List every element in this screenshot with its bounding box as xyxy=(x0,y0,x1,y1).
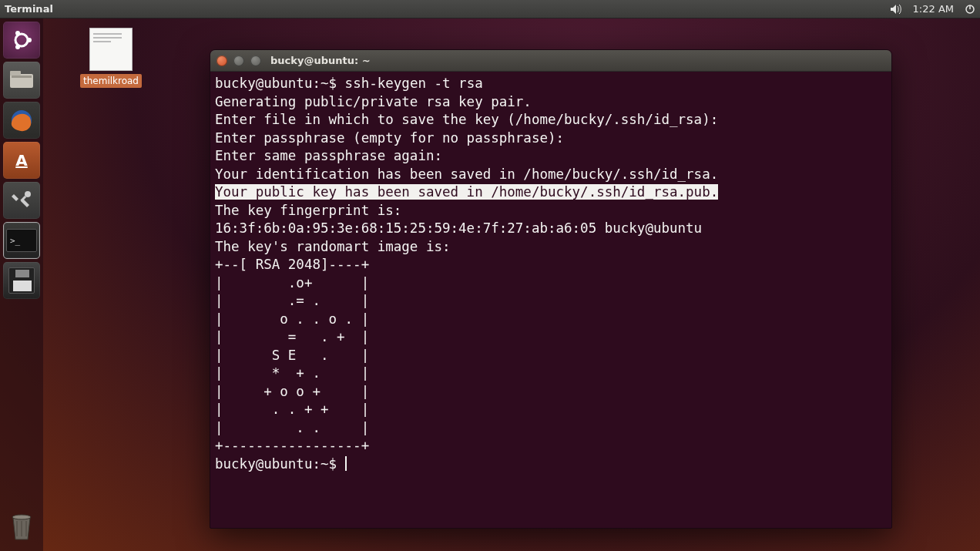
window-title: bucky@ubuntu: ~ xyxy=(270,55,371,66)
out: 16:3f:6b:0a:95:3e:68:15:25:59:4e:7f:27:a… xyxy=(215,220,702,236)
firefox-icon[interactable] xyxy=(3,102,40,139)
out: Enter same passphrase again: xyxy=(215,148,442,163)
svg-point-3 xyxy=(15,31,20,35)
randomart: | . . | xyxy=(215,420,369,435)
launcher: A >_ xyxy=(0,18,43,551)
desktop-file-icon[interactable]: themilkroad xyxy=(77,28,145,88)
top-panel: Terminal 1:22 AM xyxy=(0,0,980,18)
software-center-icon[interactable]: A xyxy=(3,142,40,179)
terminal-icon[interactable]: >_ xyxy=(3,222,40,259)
out: Enter file in which to save the key (/ho… xyxy=(215,112,718,127)
randomart: | S E . | xyxy=(215,348,369,363)
svg-rect-7 xyxy=(10,71,21,76)
out: Generating public/private rsa key pair. xyxy=(215,94,532,109)
files-icon[interactable] xyxy=(3,62,40,99)
svg-point-11 xyxy=(12,515,31,519)
out: The key's randomart image is: xyxy=(215,239,451,254)
randomart: +-----------------+ xyxy=(215,438,369,453)
settings-icon[interactable] xyxy=(3,182,40,219)
terminal-output[interactable]: bucky@ubuntu:~$ ssh-keygen -t rsa Genera… xyxy=(210,72,891,528)
randomart: | .o+ | xyxy=(215,275,369,291)
volume-icon[interactable] xyxy=(890,4,902,15)
cursor xyxy=(345,456,347,471)
svg-point-2 xyxy=(27,38,32,42)
active-app-label: Terminal xyxy=(5,3,53,15)
randomart: | = . + | xyxy=(215,329,369,344)
clock-label[interactable]: 1:22 AM xyxy=(913,3,954,15)
terminal-window: bucky@ubuntu: ~ bucky@ubuntu:~$ ssh-keyg… xyxy=(210,49,892,529)
svg-point-9 xyxy=(25,191,31,197)
window-maximize-button[interactable] xyxy=(250,55,261,66)
svg-point-1 xyxy=(15,34,28,46)
desktop-file-label: themilkroad xyxy=(80,74,142,88)
command: ssh-keygen -t rsa xyxy=(345,76,483,91)
selected-line: Your public key has been saved in /home/… xyxy=(215,184,718,200)
save-icon[interactable] xyxy=(3,262,40,299)
text-file-icon xyxy=(89,28,133,71)
prompt: bucky@ubuntu:~$ xyxy=(215,76,337,91)
randomart: | o . . o . | xyxy=(215,311,369,327)
svg-point-4 xyxy=(15,45,20,49)
trash-icon[interactable] xyxy=(3,508,40,545)
randomart: +--[ RSA 2048]----+ xyxy=(215,257,369,272)
out: Your identification has been saved in /h… xyxy=(215,166,718,182)
out: The key fingerprint is: xyxy=(215,203,401,218)
svg-rect-6 xyxy=(12,76,32,78)
randomart: | .= . | xyxy=(215,293,369,308)
out: Enter passphrase (empty for no passphras… xyxy=(215,130,564,146)
window-titlebar[interactable]: bucky@ubuntu: ~ xyxy=(210,50,891,72)
session-icon[interactable] xyxy=(965,4,975,15)
randomart: | . . + + | xyxy=(215,401,369,417)
randomart: | * + . | xyxy=(215,365,369,381)
window-minimize-button[interactable] xyxy=(233,55,244,66)
window-close-button[interactable] xyxy=(216,55,227,66)
dash-icon[interactable] xyxy=(3,22,40,59)
prompt: bucky@ubuntu:~$ xyxy=(215,456,337,472)
randomart: | + o o + | xyxy=(215,384,369,399)
